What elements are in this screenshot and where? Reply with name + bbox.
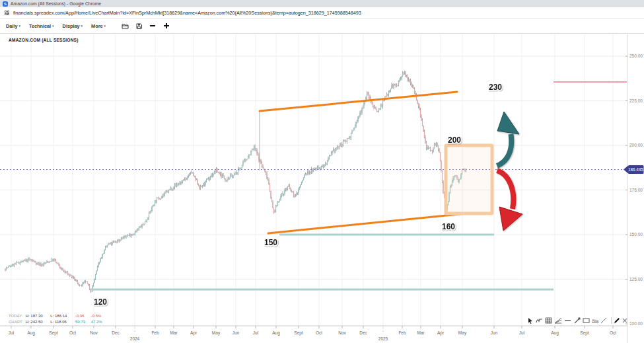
y-axis-price-label: 125.00 bbox=[629, 277, 643, 282]
price-chart-canvas[interactable]: JulAugSeptOctNovDecFebMarAprMayJunJulAug… bbox=[0, 0, 644, 343]
today-label: TODAY: bbox=[9, 313, 24, 319]
chart-drawings-layer[interactable] bbox=[91, 82, 627, 289]
x-axis-month-label: Apr bbox=[190, 330, 197, 336]
x-axis-month-label: Aug bbox=[27, 330, 35, 336]
x-axis-month-label: Oct bbox=[610, 330, 616, 335]
x-axis-month-label: Oct bbox=[69, 330, 76, 335]
x-axis-month-label: Nov bbox=[90, 330, 98, 335]
x-axis-month-label: Sept bbox=[580, 330, 589, 336]
close-x-icon[interactable] bbox=[622, 318, 627, 323]
x-axis-month-label: Mar bbox=[170, 330, 178, 335]
x-axis-month-label: Aug bbox=[272, 330, 280, 336]
today-change: -0.96 bbox=[75, 313, 90, 319]
select-pointer-icon[interactable] bbox=[528, 317, 534, 324]
y-axis-price-label: 200.00 bbox=[629, 143, 643, 147]
price-target-label-230[interactable]: 230 bbox=[489, 83, 502, 92]
polyline-icon[interactable] bbox=[536, 317, 543, 324]
x-axis-month-label: Apr bbox=[437, 330, 445, 336]
price-target-label-200[interactable]: 200 bbox=[448, 135, 461, 145]
chart-label: CHART: bbox=[9, 319, 24, 325]
horizontal-line-icon[interactable] bbox=[564, 317, 571, 324]
y-axis-price-label: 225.00 bbox=[629, 98, 643, 103]
x-axis-month-label: Jun bbox=[491, 330, 498, 335]
chart-change-pct: 47.2% bbox=[91, 319, 106, 325]
price-target-label-150[interactable]: 150 bbox=[264, 238, 277, 247]
browser-window: S Amazon.com (All Sessions) - Google Chr… bbox=[0, 0, 644, 343]
trend-lines-icon[interactable] bbox=[554, 317, 562, 324]
x-axis-month-label: May bbox=[458, 330, 467, 336]
down-arrow-drawing[interactable] bbox=[497, 171, 523, 231]
x-axis-month-label: Oct bbox=[316, 330, 322, 335]
x-axis-month-label: Dec bbox=[359, 330, 367, 335]
diagonal-line-icon[interactable] bbox=[600, 317, 607, 324]
x-axis-month-label: Sept bbox=[49, 330, 58, 336]
text-abc-icon[interactable]: Abc bbox=[592, 319, 598, 323]
x-axis-year-label: 2024 bbox=[130, 336, 140, 341]
chart-low: L: 118.06 bbox=[50, 319, 74, 325]
svg-text:186.435: 186.435 bbox=[628, 167, 643, 172]
x-axis-month-label: Feb bbox=[398, 330, 406, 335]
today-change-pct: -0.5% bbox=[91, 313, 106, 319]
price-stats: TODAY: H: 187.30 L: 186.14 -0.96 -0.5% C… bbox=[9, 313, 106, 324]
y-axis-price-label: 175.00 bbox=[629, 188, 643, 192]
current-price-badge: 186.435 bbox=[624, 165, 644, 174]
y-axis-price-label: 250.00 bbox=[629, 54, 643, 58]
price-target-label-160[interactable]: 160 bbox=[442, 222, 455, 231]
channel-upper-trendline[interactable] bbox=[260, 92, 457, 111]
scenario-arrows[interactable] bbox=[497, 112, 523, 231]
instrument-title: AMAZON.COM (ALL SESSIONS) bbox=[9, 38, 79, 42]
toolbar-divider bbox=[611, 317, 612, 324]
up-arrow-drawing[interactable] bbox=[497, 112, 520, 166]
today-stats-row: TODAY: H: 187.30 L: 186.14 -0.96 -0.5% bbox=[9, 313, 106, 319]
x-axis-month-label: Feb bbox=[151, 330, 159, 335]
chart-base-layer: JulAugSeptOctNovDecFebMarAprMayJunJulAug… bbox=[0, 34, 644, 343]
price-target-label-120[interactable]: 120 bbox=[94, 297, 107, 307]
x-axis-month-label: Mar bbox=[417, 330, 425, 335]
trendline-handle-icon[interactable] bbox=[573, 317, 581, 324]
chart-change: 59.79 bbox=[75, 319, 90, 325]
scenario-box[interactable] bbox=[446, 145, 492, 213]
x-axis-month-label: May bbox=[212, 330, 221, 336]
channel-lower-trendline[interactable] bbox=[268, 213, 466, 233]
x-axis-month-label: Jul bbox=[9, 330, 15, 335]
pencil-icon[interactable] bbox=[614, 317, 620, 324]
drawing-toolbar: Abc bbox=[528, 317, 629, 324]
y-axis-price-label: 100.00 bbox=[629, 321, 643, 326]
rectangle-icon[interactable] bbox=[583, 317, 590, 324]
x-axis-month-label: Sept bbox=[294, 330, 303, 336]
x-axis-month-label: Jun bbox=[233, 330, 240, 335]
today-low: L: 186.14 bbox=[50, 313, 74, 319]
x-axis-year-label: 2025 bbox=[378, 336, 388, 341]
x-axis-month-label: Aug bbox=[551, 330, 559, 336]
y-axis-price-label: 150.00 bbox=[629, 232, 643, 237]
x-axis-month-label: Dec bbox=[112, 330, 120, 335]
x-axis-month-label: Jul bbox=[519, 330, 525, 335]
chart-high: H: 242.50 bbox=[26, 319, 50, 325]
x-axis-month-label: Jul bbox=[253, 330, 259, 335]
grid-icon[interactable] bbox=[545, 317, 552, 324]
chart-stats-row: CHART: H: 242.50 L: 118.06 59.79 47.2% bbox=[9, 319, 106, 325]
x-axis-month-label: Nov bbox=[338, 330, 346, 335]
today-high: H: 187.30 bbox=[26, 313, 50, 319]
